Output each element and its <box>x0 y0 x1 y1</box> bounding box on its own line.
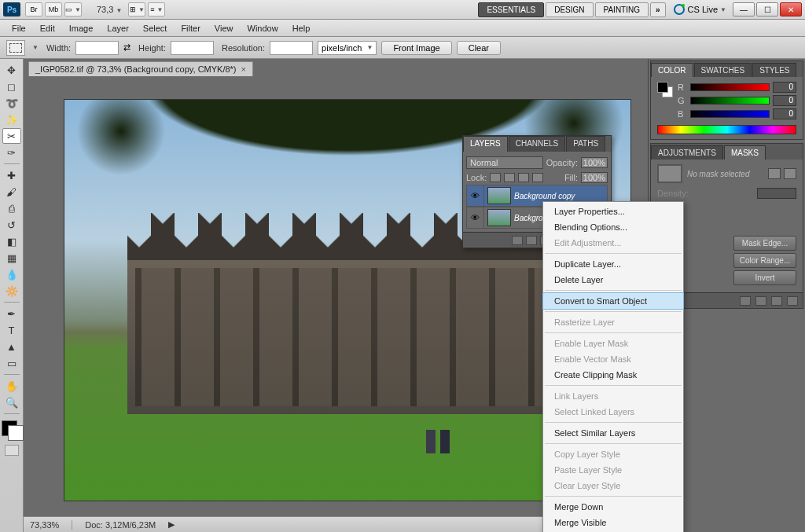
document-close-icon[interactable]: × <box>241 64 246 74</box>
apply-mask-icon[interactable] <box>755 296 766 306</box>
r-value[interactable]: 0 <box>773 82 796 93</box>
status-zoom[interactable]: 73,33% <box>30 520 59 530</box>
blend-mode-select[interactable]: Normal <box>466 156 543 169</box>
disable-mask-icon[interactable] <box>771 296 782 306</box>
pixel-mask-icon[interactable] <box>768 168 781 179</box>
move-tool[interactable]: ✥ <box>2 62 21 78</box>
history-brush-tool[interactable]: ↺ <box>2 217 21 233</box>
type-tool[interactable]: T <box>2 322 21 338</box>
width-input[interactable] <box>75 41 119 55</box>
front-image-button[interactable]: Front Image <box>381 41 451 55</box>
layer-thumbnail[interactable] <box>487 209 511 226</box>
lock-position-icon[interactable] <box>518 173 529 182</box>
menu-edit[interactable]: Edit <box>33 21 62 35</box>
gradient-tool[interactable]: ▦ <box>2 250 21 266</box>
menu-select[interactable]: Select <box>136 21 175 35</box>
mask-edge-button[interactable]: Mask Edge... <box>733 236 796 251</box>
context-item[interactable]: Blending Options... <box>543 219 683 235</box>
tab-paths[interactable]: PATHS <box>566 136 605 152</box>
dodge-tool[interactable]: 🔆 <box>2 283 21 299</box>
crop-tool-icon[interactable] <box>6 40 25 56</box>
background-color[interactable] <box>8 425 24 441</box>
invert-button[interactable]: Invert <box>733 270 796 285</box>
link-layers-icon[interactable] <box>512 236 523 245</box>
color-spectrum[interactable] <box>657 125 796 134</box>
stamp-tool[interactable]: ⎙ <box>2 200 21 216</box>
menu-filter[interactable]: Filter <box>174 21 207 35</box>
blur-tool[interactable]: 💧 <box>2 266 21 282</box>
tab-layers[interactable]: LAYERS <box>463 136 508 152</box>
g-value[interactable]: 0 <box>773 95 796 106</box>
crop-tool[interactable]: ✂ <box>2 128 21 144</box>
context-item[interactable]: Merge Down <box>543 499 683 515</box>
menu-view[interactable]: View <box>208 21 241 35</box>
screenmode-icon[interactable]: ▭▼ <box>64 2 82 17</box>
tab-channels[interactable]: CHANNELS <box>509 136 565 152</box>
context-item[interactable]: Convert to Smart Object <box>543 293 683 309</box>
marquee-tool[interactable]: ◻ <box>2 79 21 94</box>
b-value[interactable]: 0 <box>773 108 796 119</box>
color-range-button[interactable]: Color Range... <box>733 253 796 268</box>
extras-icon[interactable]: ≡▼ <box>148 2 165 17</box>
minimize-button[interactable]: — <box>733 2 755 17</box>
tab-color[interactable]: COLOR <box>651 63 693 77</box>
context-item[interactable]: Duplicate Layer... <box>543 256 683 272</box>
lock-pixels-icon[interactable] <box>504 173 515 182</box>
layer-name[interactable]: Background copy <box>514 192 575 200</box>
lock-all-icon[interactable] <box>532 173 543 182</box>
tab-swatches[interactable]: SWATCHES <box>694 63 752 77</box>
r-slider[interactable] <box>690 83 770 91</box>
healing-tool[interactable]: ✚ <box>2 167 21 183</box>
maximize-button[interactable]: ☐ <box>756 2 778 17</box>
workspace-essentials[interactable]: ESSENTIALS <box>478 2 544 17</box>
workspace-more[interactable]: » <box>650 2 666 17</box>
visibility-icon[interactable]: 👁 <box>467 185 484 206</box>
cslive-button[interactable]: CS Live▼ <box>674 4 726 15</box>
vector-mask-icon[interactable] <box>784 168 796 179</box>
wand-tool[interactable]: ✨ <box>2 112 21 127</box>
context-item[interactable]: Merge Visible <box>543 515 683 530</box>
pen-tool[interactable]: ✒ <box>2 306 21 321</box>
menu-file[interactable]: File <box>5 21 33 35</box>
workspace-design[interactable]: DESIGN <box>546 2 593 17</box>
layer-style-icon[interactable] <box>526 236 537 245</box>
minibridge-icon[interactable]: Mb <box>45 2 62 17</box>
menu-window[interactable]: Window <box>241 21 285 35</box>
status-more-icon[interactable]: ▶ <box>168 519 175 530</box>
color-fgbg[interactable] <box>657 82 673 97</box>
bridge-icon[interactable]: Br <box>25 2 42 17</box>
zoom-level[interactable]: 73,3▼ <box>97 5 122 14</box>
lock-transparency-icon[interactable] <box>490 173 501 182</box>
lasso-tool[interactable]: ➰ <box>2 95 21 111</box>
tab-masks[interactable]: MASKS <box>724 145 766 160</box>
brush-tool[interactable]: 🖌 <box>2 184 21 200</box>
menu-help[interactable]: Help <box>285 21 318 35</box>
menu-image[interactable]: Image <box>62 21 101 35</box>
b-slider[interactable] <box>690 110 770 118</box>
density-input[interactable] <box>757 188 796 199</box>
swap-wh-icon[interactable]: ⇄ <box>123 42 130 53</box>
status-docsize[interactable]: Doc: 3,12M/6,23M <box>85 520 156 530</box>
clear-button[interactable]: Clear <box>457 41 501 55</box>
units-select[interactable]: pixels/inch▼ <box>318 41 377 55</box>
tab-adjustments[interactable]: ADJUSTMENTS <box>651 145 723 160</box>
workspace-painting[interactable]: PAINTING <box>595 2 649 17</box>
eraser-tool[interactable]: ◧ <box>2 233 21 249</box>
close-button[interactable]: ✕ <box>780 2 802 17</box>
path-select-tool[interactable]: ▲ <box>2 339 21 354</box>
menu-layer[interactable]: Layer <box>100 21 136 35</box>
document-tab[interactable]: _IGP0582.tif @ 73,3% (Background copy, C… <box>28 61 253 76</box>
load-selection-icon[interactable] <box>740 296 751 306</box>
delete-mask-icon[interactable] <box>787 296 798 306</box>
arrange-icon[interactable]: ⊞▼ <box>128 2 145 17</box>
height-input[interactable] <box>171 41 214 55</box>
context-item[interactable]: Select Similar Layers <box>543 425 683 441</box>
shape-tool[interactable]: ▭ <box>2 355 21 371</box>
zoom-tool[interactable]: 🔍 <box>2 394 21 410</box>
g-slider[interactable] <box>690 97 770 105</box>
hand-tool[interactable]: ✋ <box>2 378 21 394</box>
visibility-icon[interactable]: 👁 <box>467 207 484 228</box>
eyedropper-tool[interactable]: ✑ <box>2 145 21 160</box>
context-item[interactable]: Delete Layer <box>543 272 683 288</box>
mask-thumbnail[interactable] <box>657 164 682 183</box>
